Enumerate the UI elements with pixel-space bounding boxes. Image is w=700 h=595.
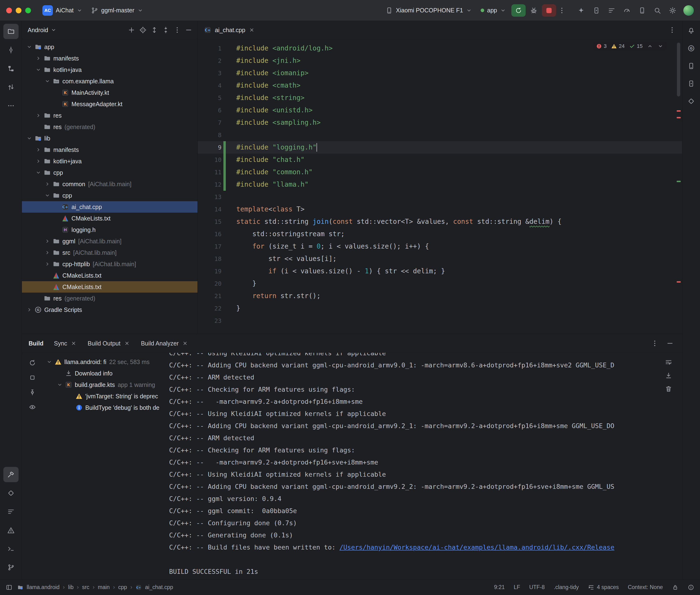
stop-button[interactable]	[27, 372, 38, 383]
build-tab-sync[interactable]: Sync	[54, 340, 77, 347]
project-options-button[interactable]	[172, 25, 183, 35]
code-line[interactable]: 12#include "llama.h"	[198, 178, 682, 191]
stripe-mark[interactable]	[677, 181, 681, 182]
error-summary[interactable]: 3	[596, 43, 607, 49]
stop-button[interactable]	[542, 4, 556, 17]
project-view-selector[interactable]: Android	[25, 25, 59, 35]
stripe-mark[interactable]	[677, 281, 681, 283]
chevron-expanded-icon[interactable]	[25, 43, 34, 51]
stripe-mark[interactable]	[677, 110, 681, 112]
code-line[interactable]: 13	[198, 191, 682, 203]
close-tab-icon[interactable]	[124, 340, 130, 346]
logcat-tool-button[interactable]	[3, 504, 19, 519]
clear-all-button[interactable]	[663, 383, 674, 394]
stripe-mark[interactable]	[677, 117, 681, 118]
code-line[interactable]: 4#include <cmath>	[198, 79, 682, 92]
project-tree-item[interactable]: app	[22, 41, 197, 53]
code-line[interactable]: 7#include <sampling.h>	[198, 116, 682, 129]
chevron-collapsed-icon[interactable]	[34, 112, 43, 119]
code-line[interactable]: 19 if (i < values.size() - 1) { str << d…	[198, 265, 682, 277]
filter-button[interactable]	[27, 401, 38, 413]
file-encoding[interactable]: UTF-8	[529, 584, 545, 591]
project-tree-item[interactable]: Hlogging.h	[22, 224, 197, 235]
code-line[interactable]: 5#include <string>	[198, 92, 682, 104]
breadcrumb-item[interactable]: ai_chat.cpp	[145, 584, 173, 591]
project-tree-item[interactable]: C+ai_chat.cpp	[22, 201, 197, 213]
select-opened-file-button[interactable]	[137, 25, 148, 35]
code-line[interactable]: 10#include "chat.h"	[198, 153, 682, 166]
minimize-window-button[interactable]	[16, 8, 22, 13]
passed-summary[interactable]: 15	[629, 43, 643, 49]
code-line[interactable]: 3#include <iomanip>	[198, 67, 682, 79]
prev-issue-icon[interactable]	[647, 43, 653, 49]
project-tree-item[interactable]: cpp	[22, 167, 197, 178]
pull-requests-tool-button[interactable]	[3, 80, 19, 95]
project-tree-item[interactable]: src[AiChat.lib.main]	[22, 247, 197, 258]
run-button[interactable]	[511, 4, 526, 17]
chevron-collapsed-icon[interactable]	[43, 180, 52, 188]
soft-wrap-button[interactable]	[663, 357, 674, 368]
build-tool-button[interactable]	[3, 467, 19, 482]
chevron-expanded-icon[interactable]	[43, 78, 52, 85]
project-tree-item[interactable]: CMakeLists.txt	[22, 213, 197, 224]
settings-button[interactable]	[667, 4, 678, 17]
version-control-tool-button[interactable]	[3, 560, 19, 575]
project-tree-item[interactable]: com.example.llama	[22, 76, 197, 87]
running-devices-button[interactable]	[684, 77, 698, 90]
app-quality-insights-button[interactable]	[684, 94, 698, 108]
context-info[interactable]: Context: None	[628, 584, 663, 591]
chevron-collapsed-icon[interactable]	[43, 249, 52, 256]
chevron-expanded-icon[interactable]	[34, 66, 43, 73]
device-selector[interactable]: Xiaomi POCOPHONE F1	[382, 5, 475, 16]
breadcrumb-item[interactable]: main	[98, 584, 110, 591]
run-config-selector[interactable]: app	[477, 5, 509, 16]
pin-button[interactable]	[27, 387, 38, 398]
chevron-expanded-icon[interactable]	[34, 169, 43, 176]
sync-button[interactable]	[27, 357, 38, 369]
build-console[interactable]: C/C++: -- Using KleidiAI optimized kerne…	[169, 353, 682, 579]
device-manager-button[interactable]	[684, 59, 698, 73]
chevron-collapsed-icon[interactable]	[43, 237, 52, 245]
chevron-collapsed-icon[interactable]	[34, 158, 43, 165]
chevron-expanded-icon[interactable]	[25, 135, 34, 142]
project-tree-item[interactable]: manifests	[22, 53, 197, 64]
inspections-widget[interactable]: 3 24 15	[593, 42, 666, 51]
code-line[interactable]: 15static std::string join(const std::vec…	[198, 216, 682, 228]
breadcrumb-item[interactable]: src	[82, 584, 89, 591]
code-line[interactable]: 6#include <unistd.h>	[198, 104, 682, 116]
project-tree-item[interactable]: res	[22, 110, 197, 121]
debug-button[interactable]	[528, 4, 540, 17]
editor-options-icon[interactable]	[668, 26, 676, 34]
app-inspection-tool-button[interactable]	[3, 485, 19, 501]
clang-tidy-status[interactable]: .clang-tidy	[554, 584, 579, 591]
project-tree-item[interactable]: KMainActivity.kt	[22, 87, 197, 98]
hide-project-panel-button[interactable]	[183, 25, 194, 35]
build-options-button[interactable]	[649, 338, 660, 349]
problems-tool-button[interactable]	[3, 522, 19, 538]
build-tree-item[interactable]: Download info	[43, 368, 169, 379]
code-line[interactable]: 14template<class T>	[198, 203, 682, 216]
code-line[interactable]: 23	[198, 314, 682, 327]
build-tree-item[interactable]: 'jvmTarget: String' is deprec	[43, 391, 169, 402]
project-tree-item[interactable]: common[AiChat.lib.main]	[22, 178, 197, 190]
close-tab-icon[interactable]	[71, 340, 77, 346]
code-line[interactable]: 20 }	[198, 277, 682, 290]
toggle-tool-windows-icon[interactable]	[6, 584, 12, 591]
device-mirroring-button[interactable]	[590, 4, 603, 17]
build-tree-item[interactable]: Kbuild.gradle.ktsapp 1 warning	[43, 379, 169, 391]
collapse-all-button[interactable]	[160, 25, 171, 35]
warning-summary[interactable]: 24	[611, 43, 624, 49]
code-line[interactable]: 18 str << values[i];	[198, 253, 682, 265]
scroll-to-end-button[interactable]	[663, 370, 674, 381]
project-tree-item[interactable]: GGradle Scripts	[22, 304, 197, 315]
code-line[interactable]: 17 for (size_t i = 0; i < values.size();…	[198, 240, 682, 253]
editor-tab[interactable]: C+ ai_chat.cpp	[198, 21, 261, 39]
more-tool-windows-button[interactable]	[3, 98, 19, 113]
chevron-collapsed-icon[interactable]	[34, 146, 43, 153]
code-line[interactable]: 8	[198, 129, 682, 141]
chevron-expanded-icon[interactable]	[43, 192, 52, 199]
branch-widget[interactable]: ggml-master	[87, 5, 147, 16]
build-tree-item[interactable]: llama.android: fi22 sec, 583 ms	[43, 356, 169, 368]
code-line[interactable]: 11#include "common.h"	[198, 166, 682, 178]
scrollbar-thumb[interactable]	[677, 42, 680, 96]
